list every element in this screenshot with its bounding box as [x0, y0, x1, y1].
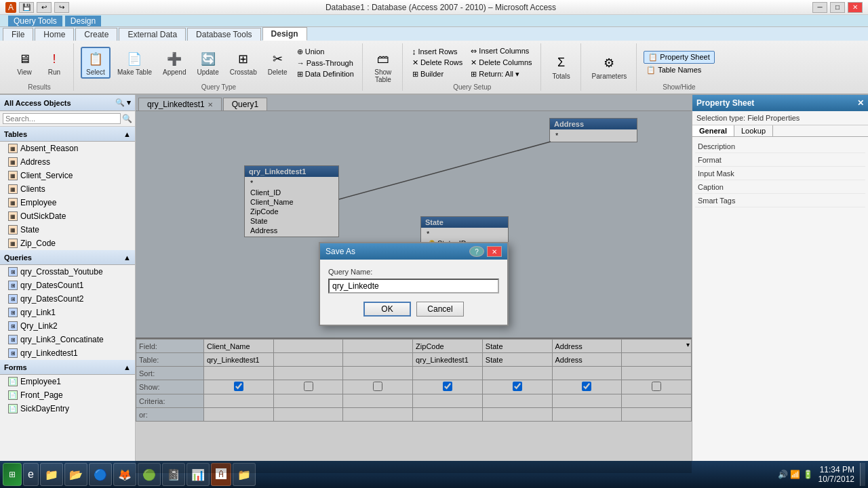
view-button[interactable]: 🖥 View	[11, 48, 38, 77]
query-name-input[interactable]	[328, 279, 499, 293]
close-btn[interactable]: ✕	[848, 2, 863, 13]
tab-database-tools[interactable]: Database Tools	[187, 28, 261, 41]
nav-section-tables[interactable]: Tables ▲	[0, 127, 135, 142]
delete-button[interactable]: ✂ Delete	[264, 48, 292, 77]
dialog-close-btn[interactable]: ✕	[487, 246, 502, 257]
group-results: 🖥 View ! Run Results	[5, 43, 74, 91]
show-desktop-btn[interactable]	[860, 463, 865, 486]
prop-tab-general[interactable]: General	[692, 125, 734, 136]
tables-collapse-btn[interactable]: ▲	[123, 130, 131, 138]
builder-button[interactable]: ⊞ Builder	[410, 69, 465, 79]
nav-item-address[interactable]: ▦Address	[0, 155, 135, 169]
nav-item-absent-reason[interactable]: ▦Absent_Reason	[0, 142, 135, 155]
parameters-label: Parameters	[592, 73, 627, 80]
nav-item-employee1[interactable]: 📄Employee1	[0, 375, 135, 388]
delete-cols-button[interactable]: ✕ Delete Columns	[468, 58, 534, 68]
show-hide-buttons: 📋 Property Sheet 📋 Table Names	[644, 43, 714, 82]
nav-item-clients[interactable]: ▦Clients	[0, 182, 135, 196]
crosstab-button[interactable]: ⊞ Crosstab	[226, 48, 261, 77]
dialog-cancel-btn[interactable]: Cancel	[416, 302, 464, 317]
maximize-btn[interactable]: □	[830, 2, 845, 13]
nav-search-input[interactable]	[3, 113, 121, 124]
prop-label-description: Description	[695, 142, 776, 150]
prop-fields: Description Format Input Mask Caption Sm…	[692, 137, 868, 210]
update-button[interactable]: 🔄 Update	[193, 48, 222, 77]
main-area: All Access Objects 🔍 ▾ 🔍 Tables ▲ ▦Absen…	[0, 95, 868, 473]
pass-through-button[interactable]: → Pass-Through	[294, 58, 357, 68]
tab-design[interactable]: Design	[262, 27, 307, 41]
taskbar-folder[interactable]: 📁	[40, 463, 63, 486]
group-show-table: 🗃 ShowTable	[364, 43, 403, 91]
query-icon: ⊞	[8, 321, 18, 331]
show-table-button[interactable]: 🗃 ShowTable	[370, 48, 397, 85]
nav-section-forms[interactable]: Forms ▲	[0, 360, 135, 375]
nav-item-outsickdate[interactable]: ▦OutSickDate	[0, 209, 135, 223]
dialog-body: Query Name: OK Cancel	[320, 260, 507, 325]
make-table-button[interactable]: 📄 Make Table	[113, 48, 156, 77]
table-icon: ▦	[8, 157, 18, 167]
insert-rows-button[interactable]: ↨ Insert Rows	[410, 47, 465, 56]
select-button[interactable]: 📋 Select	[81, 47, 111, 79]
quick-save-btn[interactable]: 💾	[19, 2, 34, 13]
totals-buttons: Σ Totals	[548, 43, 575, 89]
table-icon: ▦	[8, 211, 18, 221]
nav-item-qry-dates1[interactable]: ⊞qry_DatesCount1	[0, 279, 135, 292]
prop-row-caption: Caption	[695, 180, 865, 194]
dialog-ok-btn[interactable]: OK	[363, 302, 411, 317]
property-sheet-button[interactable]: 📋 Property Sheet	[644, 51, 714, 64]
minimize-btn[interactable]: ─	[812, 2, 827, 13]
tab-create[interactable]: Create	[75, 28, 117, 41]
property-sheet-panel: Property Sheet ✕ Selection type: Field P…	[692, 95, 868, 473]
dialog-help-btn[interactable]: ?	[469, 246, 484, 257]
nav-item-employee[interactable]: ▦Employee	[0, 196, 135, 209]
queries-collapse-btn[interactable]: ▲	[123, 253, 131, 262]
nav-section-queries[interactable]: Queries ▲	[0, 250, 135, 265]
nav-item-qry-link3[interactable]: ⊞qry_Link3_Concatinate	[0, 333, 135, 346]
nav-item-zip-code[interactable]: ▦Zip_Code	[0, 237, 135, 250]
table-icon: ▦	[8, 198, 18, 207]
run-button[interactable]: ! Run	[41, 48, 68, 77]
prop-tab-lookup[interactable]: Lookup	[734, 125, 773, 136]
totals-button[interactable]: Σ Totals	[548, 52, 575, 81]
tab-file[interactable]: File	[3, 28, 33, 41]
nav-item-state[interactable]: ▦State	[0, 223, 135, 237]
nav-item-client-service[interactable]: ▦Client_Service	[0, 169, 135, 182]
taskbar-ie[interactable]: e	[23, 463, 39, 486]
prop-close-btn[interactable]: ✕	[857, 98, 864, 108]
taskbar-ff[interactable]: 🦊	[113, 463, 136, 486]
table-names-button[interactable]: 📋 Table Names	[644, 65, 714, 75]
nav-item-qry-link2[interactable]: ⊞Qry_Link2	[0, 319, 135, 333]
prop-title-label: Property Sheet	[696, 98, 754, 108]
nav-item-sickday[interactable]: 📄SickDayEntry	[0, 402, 135, 415]
taskbar-files[interactable]: 📂	[64, 463, 87, 486]
nav-search-icon[interactable]: 🔍	[115, 98, 125, 107]
prop-row-smart-tags: Smart Tags	[695, 194, 865, 207]
query-tools-tab: Query Tools Design	[0, 15, 868, 27]
nav-item-front-page[interactable]: 📄Front_Page	[0, 388, 135, 402]
tab-external-data[interactable]: External Data	[119, 28, 186, 41]
ribbon: File Home Create External Data Database …	[0, 27, 868, 95]
nav-item-qry-dates2[interactable]: ⊞qry_DatesCount2	[0, 292, 135, 306]
view-label: View	[17, 68, 32, 76]
nav-item-qry-crosstab[interactable]: ⊞qry_Crosstab_Youtube	[0, 265, 135, 279]
nav-menu-icon[interactable]: ▾	[127, 98, 131, 107]
parameters-button[interactable]: ⚙ Parameters	[588, 52, 631, 81]
taskbar-icons: 🔊 📶 🔋	[778, 470, 813, 479]
query-setup-col2: ⇔ Insert Columns ✕ Delete Columns ⊞ Retu…	[468, 46, 534, 79]
taskbar-chrome[interactable]: 🔵	[89, 463, 112, 486]
append-button[interactable]: ➕ Append	[159, 48, 190, 77]
tab-home[interactable]: Home	[35, 28, 74, 41]
union-button[interactable]: ⊕ Union	[294, 47, 357, 57]
redo-btn[interactable]: ↪	[54, 2, 69, 13]
data-def-button[interactable]: ⊞ Data Definition	[294, 69, 357, 79]
insert-cols-button[interactable]: ⇔ Insert Columns	[468, 46, 534, 56]
nav-item-qry-linked1[interactable]: ⊞qry_Linkedtest1	[0, 346, 135, 360]
forms-collapse-btn[interactable]: ▲	[123, 363, 131, 371]
delete-rows-button[interactable]: ✕ Delete Rows	[410, 58, 465, 68]
nav-search-btn[interactable]: 🔍	[122, 114, 132, 123]
undo-btn[interactable]: ↩	[37, 2, 52, 13]
start-button[interactable]: ⊞	[3, 463, 22, 486]
nav-item-qry-link1[interactable]: ⊞qry_Link1	[0, 306, 135, 319]
design-tab-indicator[interactable]: Design	[65, 16, 101, 26]
return-selector[interactable]: ⊞ Return: All ▾	[468, 69, 534, 79]
